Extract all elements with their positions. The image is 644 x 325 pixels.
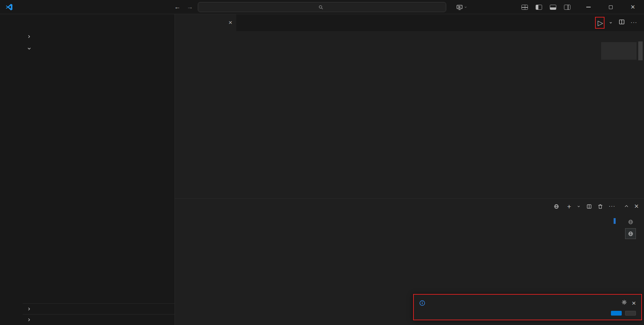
editor-actions: ▷ ···	[598, 14, 644, 31]
panel-header: + ··· ×	[175, 199, 644, 214]
terminal-dropdown-icon[interactable]	[576, 204, 581, 209]
explorer-sidebar	[23, 14, 175, 325]
split-editor-icon[interactable]	[618, 19, 625, 27]
preview-in-editor-button[interactable]	[625, 311, 636, 316]
close-panel-icon[interactable]: ×	[634, 203, 639, 210]
editor-scrollbar[interactable]	[637, 41, 644, 198]
editor-group: × ▷ ···	[175, 14, 644, 325]
chevron-down-icon	[26, 46, 32, 52]
vscode-window: { "window": { "menus": ["File", "Edit", …	[0, 0, 644, 325]
notification-close-icon[interactable]: ×	[632, 299, 636, 306]
code-editor[interactable]	[175, 41, 644, 198]
run-button[interactable]: ▷	[598, 19, 603, 26]
new-terminal-button[interactable]: +	[567, 203, 571, 210]
back-button[interactable]: ←	[174, 3, 181, 11]
command-decoration	[614, 218, 616, 224]
panel-actions: + ··· ×	[554, 203, 639, 210]
chevron-right-icon	[26, 33, 32, 39]
open-editors-section[interactable]	[23, 31, 175, 42]
workspace-section[interactable]	[23, 43, 175, 54]
terminal-instance-icon[interactable]	[625, 217, 636, 227]
screencast-remote-icon[interactable]	[456, 4, 467, 10]
forward-button[interactable]: →	[187, 3, 193, 11]
minimap[interactable]	[601, 42, 637, 198]
outline-section[interactable]	[23, 303, 175, 314]
titlebar-right: ×	[456, 0, 644, 14]
kill-terminal-icon[interactable]	[597, 204, 603, 209]
chevron-right-icon	[26, 306, 32, 312]
terminal-instance-icon[interactable]	[625, 229, 636, 239]
notification-settings-icon[interactable]	[621, 299, 627, 306]
terminal-instance-label[interactable]	[554, 204, 562, 209]
maximize-button[interactable]	[599, 0, 622, 14]
notification-toast: ×	[413, 294, 642, 320]
chevron-right-icon	[26, 317, 32, 323]
history-nav: ← →	[174, 0, 193, 14]
breadcrumb	[175, 31, 644, 41]
tab-close-icon[interactable]: ×	[229, 19, 232, 26]
panel-more-actions-icon[interactable]: ···	[609, 203, 615, 210]
editor-more-actions-icon[interactable]: ···	[630, 19, 637, 26]
tab-app-py[interactable]: ×	[175, 14, 236, 31]
open-in-browser-button[interactable]	[611, 311, 622, 316]
info-icon	[419, 300, 425, 307]
run-dropdown-icon[interactable]	[609, 21, 613, 25]
title-bar: ← → ×	[0, 0, 644, 14]
python-file-icon	[180, 20, 186, 26]
search-icon	[318, 5, 323, 10]
globe-icon	[554, 204, 559, 209]
minimize-button[interactable]	[577, 0, 599, 14]
customize-layout-icon[interactable]	[521, 5, 528, 10]
timeline-section[interactable]	[23, 314, 175, 325]
editor-tab-bar: × ▷ ···	[175, 14, 644, 31]
split-terminal-icon[interactable]	[586, 204, 592, 209]
close-window-button[interactable]: ×	[622, 0, 644, 14]
toggle-primary-sidebar-icon[interactable]	[536, 5, 542, 10]
command-center-search[interactable]	[198, 2, 446, 12]
toggle-secondary-sidebar-icon[interactable]	[564, 5, 570, 10]
maximize-panel-icon[interactable]	[624, 204, 629, 209]
toggle-panel-icon[interactable]	[550, 5, 556, 10]
vscode-logo-icon	[0, 3, 18, 11]
activity-bar	[0, 14, 23, 325]
